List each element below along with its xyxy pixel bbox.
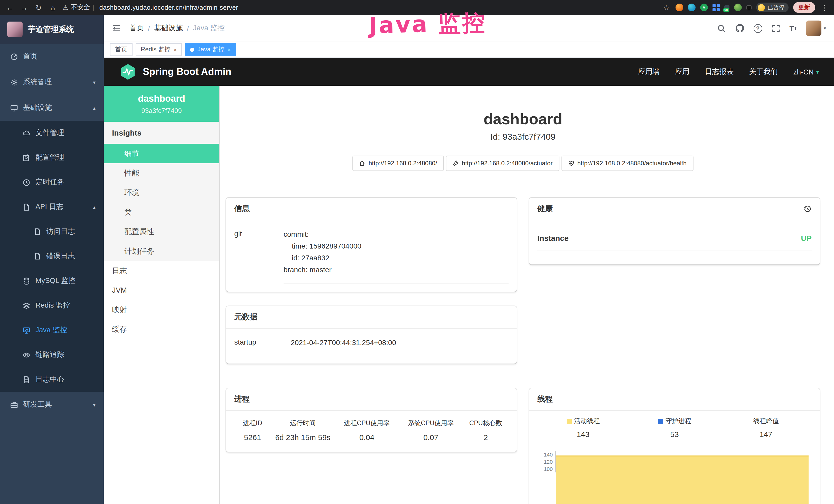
github-icon[interactable]	[735, 24, 744, 33]
sba-root-items: 日志 JVM 映射 缓存	[104, 261, 219, 339]
browser-home-icon[interactable]: ⌂	[48, 3, 58, 12]
sidebar-item-label: API 日志	[36, 202, 63, 211]
breadcrumb-infra[interactable]: 基础设施	[154, 24, 183, 33]
process-col-header: 进程ID	[234, 419, 271, 428]
sidebar-item-log-center[interactable]: 日志中心	[0, 367, 104, 392]
sba-item-performance[interactable]: 性能	[104, 163, 219, 183]
browser-forward-icon[interactable]: →	[20, 3, 29, 12]
sidebar-item-file-manage[interactable]: 文件管理	[0, 121, 104, 145]
sidebar-item-java-monitor[interactable]: Java 监控	[0, 318, 104, 343]
document-icon	[34, 228, 41, 235]
sidebar-item-error-log[interactable]: 错误日志	[0, 244, 104, 269]
chevron-up-icon: ▴	[93, 105, 95, 111]
avatar-caret-icon: ▾	[824, 26, 826, 31]
threads-chart: 140 120 100	[537, 451, 812, 504]
sba-nav-wallboard[interactable]: 应用墙	[638, 67, 660, 76]
sba-item-environment[interactable]: 环境	[104, 183, 219, 202]
sba-nav-about[interactable]: 关于我们	[749, 67, 778, 76]
sba-item-mappings[interactable]: 映射	[104, 300, 219, 319]
sidebar-item-infra[interactable]: 基础设施 ▴	[0, 95, 104, 121]
sidebar-item-system[interactable]: 系统管理 ▾	[0, 69, 104, 95]
legend-live-label: 活动线程	[574, 417, 600, 426]
sidebar-item-redis-monitor[interactable]: Redis 监控	[0, 293, 104, 318]
chevron-down-icon: ▾	[93, 402, 95, 408]
user-avatar[interactable]: ▾	[806, 21, 826, 36]
sba-sidebar: dashboard 93a3fc7f7409 Insights 细节 性能 环境…	[104, 86, 220, 504]
tab-java-monitor[interactable]: Java 监控 ×	[185, 43, 236, 56]
sba-nav-applications[interactable]: 应用	[675, 67, 690, 76]
bookmark-star-icon[interactable]: ☆	[662, 3, 671, 12]
app-logo[interactable]: 芋道管理系统	[0, 15, 104, 44]
fullscreen-icon[interactable]	[772, 24, 780, 32]
extensions-puzzle-icon[interactable]	[746, 5, 751, 10]
info-line: branch: master	[284, 264, 509, 276]
sidebar-item-tracing[interactable]: 链路追踪	[0, 343, 104, 367]
tab-redis-monitor[interactable]: Redis 监控 ×	[136, 43, 182, 56]
process-card: 进程 进程ID 运行时间 进程CPU使用率 系统CPU使用率 CPU核心数	[226, 388, 517, 452]
process-uptime: 6d 23h 15m 59s	[271, 433, 335, 444]
profile-paused-badge[interactable]: 已暂停	[756, 3, 789, 12]
info-line: commit:	[284, 229, 509, 240]
active-tab-dot	[190, 47, 194, 52]
search-icon[interactable]	[717, 24, 726, 32]
clock-icon	[23, 179, 30, 186]
sba-item-scheduled-tasks[interactable]: 计划任务	[104, 241, 219, 261]
redis-icon	[23, 302, 30, 310]
browser-update-button[interactable]: 更新	[793, 2, 815, 13]
sidebar-item-label: Redis 监控	[36, 301, 70, 310]
sba-locale-select[interactable]: zh-CN ▾	[793, 68, 819, 76]
sidebar-item-devtools[interactable]: 研发工具 ▾	[0, 392, 104, 417]
service-url-button[interactable]: http://192.168.0.2:48080/	[353, 156, 444, 171]
tab-label: 首页	[115, 45, 127, 54]
sba-item-classes[interactable]: 类	[104, 202, 219, 222]
extension-grid-icon[interactable]	[712, 4, 720, 11]
sba-item-logs[interactable]: 日志	[104, 261, 219, 280]
address-bar[interactable]: dashboard.yudao.iocoder.cn/infra/admin-s…	[100, 4, 238, 11]
extension-leaf-icon[interactable]	[734, 4, 742, 11]
history-icon[interactable]	[804, 205, 812, 213]
actuator-url-button[interactable]: http://192.168.0.2:48080/actuator	[446, 156, 559, 171]
browser-back-icon[interactable]: ←	[5, 3, 14, 12]
process-cpu: 0.04	[335, 433, 399, 444]
instance-title: dashboard	[226, 110, 820, 128]
health-instance-row[interactable]: Instance UP	[537, 229, 812, 251]
threads-chart-plot	[556, 451, 812, 504]
sba-item-config-props[interactable]: 配置属性	[104, 222, 219, 241]
sba-content: dashboard Id: 93a3fc7f7409 http://192.16…	[220, 86, 834, 504]
extension-orange-icon[interactable]	[676, 4, 683, 11]
sba-item-details[interactable]: 细节	[104, 144, 219, 163]
extension-green-v-icon[interactable]: v	[700, 4, 708, 11]
ytick: 140	[537, 451, 556, 458]
health-card-title: 健康	[537, 204, 553, 214]
extension-switch-icon[interactable]: on	[724, 5, 729, 10]
tab-close-icon[interactable]: ×	[174, 46, 177, 53]
sba-nav-journal[interactable]: 日志报表	[705, 67, 734, 76]
tab-home[interactable]: 首页	[110, 43, 133, 56]
browser-reload-icon[interactable]: ↻	[34, 3, 43, 12]
sba-instance-header[interactable]: dashboard 93a3fc7f7409	[104, 86, 219, 122]
sidebar-item-access-log[interactable]: 访问日志	[0, 219, 104, 244]
help-icon[interactable]: ?	[753, 24, 762, 32]
breadcrumb-home[interactable]: 首页	[129, 24, 144, 33]
info-card: 信息 git commit: time: 1596289704000 id: 2	[226, 198, 517, 292]
sidebar-item-config-manage[interactable]: 配置管理	[0, 145, 104, 170]
extension-teal-drop-icon[interactable]	[688, 4, 696, 11]
info-line: time: 1596289704000	[284, 240, 509, 252]
sidebar-item-cron-jobs[interactable]: 定时任务	[0, 170, 104, 194]
sidebar-item-mysql-monitor[interactable]: MySQL 监控	[0, 269, 104, 293]
health-url-button[interactable]: http://192.168.0.2:48080/actuator/health	[561, 156, 693, 171]
sba-brand[interactable]: Spring Boot Admin	[119, 63, 232, 81]
tab-close-icon[interactable]: ×	[227, 46, 231, 53]
sidebar-item-api-log[interactable]: API 日志 ▴	[0, 194, 104, 219]
wrench-icon	[453, 160, 459, 166]
collapse-sidebar-icon[interactable]	[112, 24, 121, 33]
document-icon	[34, 253, 41, 260]
browser-menu-icon[interactable]: ⋮	[820, 3, 829, 12]
site-security[interactable]: ⚠ 不安全 |	[63, 3, 94, 12]
breadcrumb-separator: /	[148, 24, 150, 32]
font-size-icon[interactable]: TT	[790, 24, 797, 32]
sidebar-item-home[interactable]: 首页	[0, 44, 104, 69]
sba-item-caches[interactable]: 缓存	[104, 319, 219, 339]
sba-item-jvm[interactable]: JVM	[104, 280, 219, 300]
sba-nav: 应用墙 应用 日志报表 关于我们 zh-CN ▾	[638, 67, 819, 76]
